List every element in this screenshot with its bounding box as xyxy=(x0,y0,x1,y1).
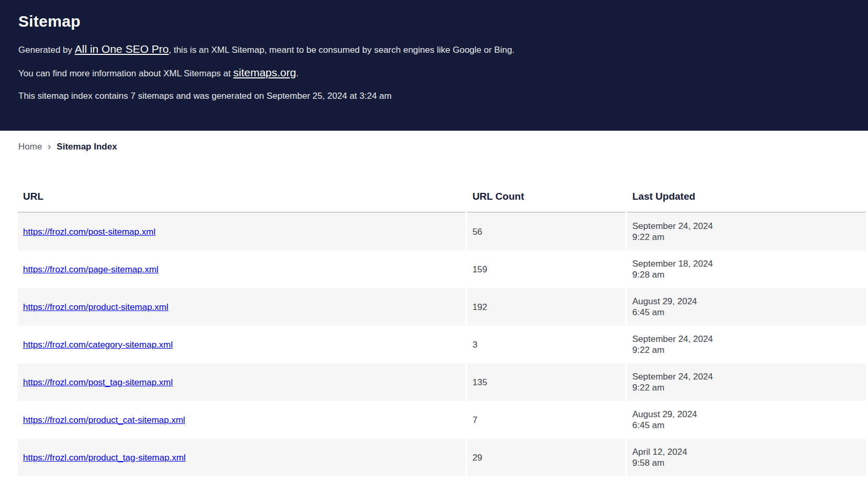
table-header-row: URL URL Count Last Updated xyxy=(18,178,866,213)
column-header-last-updated: Last Updated xyxy=(627,178,866,213)
last-updated-time: 9:28 am xyxy=(633,269,861,280)
last-updated-date: April 12, 2024 xyxy=(633,446,861,457)
sitemap-url-link[interactable]: https://frozl.com/product_cat-sitemap.xm… xyxy=(23,415,185,425)
column-header-url-count: URL Count xyxy=(467,178,625,213)
sitemap-url-cell: https://frozl.com/product_tag-sitemap.xm… xyxy=(18,439,465,476)
url-count-cell: 159 xyxy=(467,250,625,288)
chevron-right-icon: › xyxy=(48,141,51,152)
last-updated-cell: August 29, 2024 6:45 am xyxy=(627,401,866,439)
table-row: https://frozl.com/post-sitemap.xml 56 Se… xyxy=(18,213,866,250)
sitemap-url-link[interactable]: https://frozl.com/post_tag-sitemap.xml xyxy=(23,377,173,387)
last-updated-date: September 24, 2024 xyxy=(633,334,861,344)
last-updated-cell: September 24, 2024 9:22 am xyxy=(627,363,866,401)
sitemap-url-link[interactable]: https://frozl.com/category-sitemap.xml xyxy=(23,340,173,350)
info-suffix: . xyxy=(296,68,299,78)
sitemap-url-cell: https://frozl.com/category-sitemap.xml xyxy=(18,326,465,363)
sitemap-url-cell: https://frozl.com/product-sitemap.xml xyxy=(18,288,465,326)
breadcrumb: Home›Sitemap Index xyxy=(18,141,868,152)
url-count-cell: 29 xyxy=(467,439,625,476)
column-header-url: URL xyxy=(18,178,465,213)
sitemap-page: Sitemap Generated by All in One SEO Pro,… xyxy=(0,0,868,494)
sitemap-url-link[interactable]: https://frozl.com/product_tag-sitemap.xm… xyxy=(23,453,186,463)
hero-header: Sitemap Generated by All in One SEO Pro,… xyxy=(0,0,868,131)
sitemap-url-cell: https://frozl.com/page-sitemap.xml xyxy=(18,250,465,288)
last-updated-time: 9:22 am xyxy=(633,344,861,355)
last-updated-time: 9:22 am xyxy=(633,382,861,393)
last-updated-date: August 29, 2024 xyxy=(633,296,861,307)
table-row: https://frozl.com/post_tag-sitemap.xml 1… xyxy=(18,363,866,401)
intro-prefix: Generated by xyxy=(18,45,75,55)
intro-suffix: , this is an XML Sitemap, meant to be co… xyxy=(169,45,515,55)
url-count-cell: 56 xyxy=(467,213,625,250)
intro-line: Generated by All in One SEO Pro, this is… xyxy=(18,43,850,55)
sitemap-url-link[interactable]: https://frozl.com/product-sitemap.xml xyxy=(23,302,168,312)
breadcrumb-current: Sitemap Index xyxy=(57,142,117,152)
info-prefix: You can find more information about XML … xyxy=(18,68,233,78)
last-updated-cell: September 24, 2024 9:22 am xyxy=(627,213,866,250)
summary-line: This sitemap index contains 7 sitemaps a… xyxy=(18,90,850,101)
table-row: https://frozl.com/page-sitemap.xml 159 S… xyxy=(18,250,866,288)
last-updated-cell: September 18, 2024 9:28 am xyxy=(627,250,866,288)
table-row: https://frozl.com/category-sitemap.xml 3… xyxy=(18,326,866,363)
last-updated-date: September 18, 2024 xyxy=(633,258,861,269)
last-updated-time: 9:58 am xyxy=(633,457,861,468)
url-count-cell: 192 xyxy=(467,288,625,326)
url-count-cell: 3 xyxy=(467,326,625,363)
last-updated-time: 9:22 am xyxy=(633,232,861,243)
last-updated-time: 6:45 am xyxy=(633,307,861,318)
last-updated-date: September 24, 2024 xyxy=(633,221,861,232)
table-header: URL URL Count Last Updated xyxy=(18,178,866,213)
info-line: You can find more information about XML … xyxy=(18,67,850,79)
sitemap-url-link[interactable]: https://frozl.com/page-sitemap.xml xyxy=(23,265,159,274)
aioseo-pro-link[interactable]: All in One SEO Pro xyxy=(75,43,169,55)
url-count-cell: 135 xyxy=(467,363,625,401)
sitemap-url-link[interactable]: https://frozl.com/post-sitemap.xml xyxy=(23,227,155,237)
breadcrumb-home-link[interactable]: Home xyxy=(18,142,42,152)
last-updated-cell: August 29, 2024 6:45 am xyxy=(627,288,866,326)
sitemap-index-table: URL URL Count Last Updated https://frozl… xyxy=(16,178,868,476)
url-count-cell: 7 xyxy=(467,401,625,439)
last-updated-cell: September 24, 2024 9:22 am xyxy=(627,326,866,363)
sitemap-url-cell: https://frozl.com/product_cat-sitemap.xm… xyxy=(18,401,465,439)
last-updated-cell: April 12, 2024 9:58 am xyxy=(627,439,866,476)
last-updated-date: August 29, 2024 xyxy=(633,409,861,420)
table-row: https://frozl.com/product_cat-sitemap.xm… xyxy=(18,401,866,439)
sitemaps-org-link[interactable]: sitemaps.org xyxy=(233,66,296,78)
table-row: https://frozl.com/product-sitemap.xml 19… xyxy=(18,288,866,326)
table-body: https://frozl.com/post-sitemap.xml 56 Se… xyxy=(18,213,866,476)
last-updated-time: 6:45 am xyxy=(633,420,861,431)
table-row: https://frozl.com/product_tag-sitemap.xm… xyxy=(18,439,866,476)
page-title: Sitemap xyxy=(18,13,850,30)
last-updated-date: September 24, 2024 xyxy=(633,371,861,382)
sitemap-url-cell: https://frozl.com/post-sitemap.xml xyxy=(18,213,465,250)
sitemap-url-cell: https://frozl.com/post_tag-sitemap.xml xyxy=(18,363,465,401)
